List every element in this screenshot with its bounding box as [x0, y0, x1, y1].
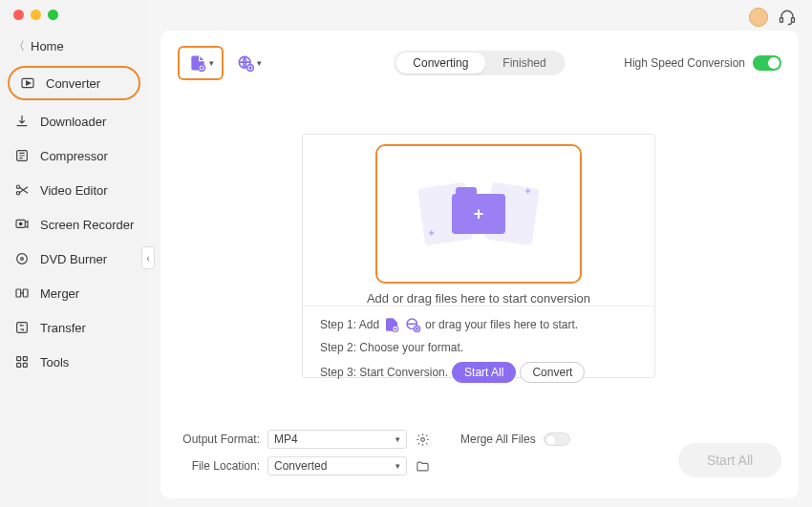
- sidebar-item-video-editor[interactable]: Video Editor: [0, 173, 148, 207]
- main-panel: ▾ ▾ Converting Finished High Speed Conve…: [160, 31, 799, 498]
- add-url-icon: [236, 53, 255, 73]
- chevron-down-icon: ▾: [257, 58, 262, 68]
- svg-rect-17: [23, 363, 27, 367]
- drop-zone[interactable]: ✦ ✦ +: [375, 144, 582, 284]
- recorder-icon: [13, 217, 31, 232]
- add-file-button[interactable]: ▾: [178, 46, 224, 80]
- file-location-select[interactable]: Converted ▾: [267, 456, 407, 475]
- sidebar-item-transfer[interactable]: Transfer: [0, 310, 148, 345]
- step-3-row: Step 3: Start Conversion. Start All Conv…: [320, 362, 637, 383]
- sidebar-item-label: Merger: [40, 286, 79, 301]
- sidebar-item-label: Screen Recorder: [40, 218, 134, 232]
- headset-icon[interactable]: [778, 8, 797, 27]
- high-speed-row: High Speed Conversion: [624, 55, 781, 71]
- minimize-window-icon[interactable]: [31, 10, 41, 20]
- output-format-select[interactable]: MP4 ▾: [267, 430, 407, 449]
- add-file-icon[interactable]: [383, 316, 400, 333]
- sidebar-item-label: Video Editor: [40, 183, 108, 198]
- sidebar-item-label: Downloader: [40, 115, 106, 129]
- sidebar-item-tools[interactable]: Tools: [0, 345, 148, 379]
- add-url-button[interactable]: ▾: [233, 48, 264, 78]
- folder-plus-icon: +: [452, 194, 505, 234]
- folder-illustration: ✦ ✦ +: [421, 176, 536, 252]
- convert-inline-button[interactable]: Convert: [520, 362, 585, 383]
- step-1-row: Step 1: Add or drag your files here to s…: [320, 316, 637, 333]
- drop-card: ✦ ✦ + Add or drag files here to start co…: [302, 134, 655, 378]
- svg-point-9: [17, 254, 28, 264]
- chevron-down-icon: ▾: [209, 58, 214, 68]
- add-file-icon: [188, 53, 207, 73]
- disc-icon: [13, 251, 31, 266]
- sparkle-icon: ✦: [427, 227, 436, 240]
- add-url-icon[interactable]: [404, 316, 421, 333]
- chevron-left-icon: 〈: [13, 38, 25, 54]
- step-3-text: Step 3: Start Conversion.: [320, 366, 448, 379]
- tab-converting[interactable]: Converting: [395, 53, 485, 74]
- sidebar-item-label: DVD Burner: [40, 252, 107, 266]
- tab-segmented-control: Converting Finished: [394, 51, 565, 75]
- svg-point-24: [420, 437, 424, 441]
- sidebar-item-downloader[interactable]: Downloader: [0, 104, 148, 138]
- merge-all-label: Merge All Files: [460, 433, 536, 446]
- svg-rect-15: [23, 357, 27, 361]
- bottom-bar: Output Format: MP4 ▾ Merge All Files Fil…: [178, 430, 781, 487]
- svg-point-8: [19, 222, 22, 225]
- step-2-text: Step 2: Choose your format.: [320, 341, 463, 354]
- sidebar-item-label: Converter: [46, 76, 100, 91]
- svg-rect-1: [792, 18, 795, 23]
- sidebar-item-converter[interactable]: Converter: [8, 66, 140, 100]
- home-label: Home: [31, 39, 64, 53]
- steps-panel: Step 1: Add or drag your files here to s…: [303, 306, 654, 383]
- step-2-row: Step 2: Choose your format.: [320, 341, 637, 354]
- file-location-value: Converted: [274, 459, 327, 473]
- sidebar-item-label: Compressor: [40, 149, 108, 163]
- sidebar-item-screen-recorder[interactable]: Screen Recorder: [0, 207, 148, 242]
- avatar[interactable]: [749, 8, 768, 27]
- svg-rect-12: [23, 289, 28, 297]
- svg-marker-3: [27, 81, 31, 85]
- drop-instruction-text: Add or drag files here to start conversi…: [303, 291, 654, 306]
- file-location-label: File Location:: [178, 459, 260, 473]
- open-folder-icon[interactable]: [415, 458, 430, 474]
- svg-point-10: [21, 258, 24, 261]
- merger-icon: [13, 285, 31, 301]
- sidebar-item-label: Tools: [40, 355, 69, 370]
- downloader-icon: [13, 114, 31, 129]
- chevron-down-icon: ▾: [395, 461, 400, 471]
- step-1-text-b: or drag your files here to start.: [425, 318, 578, 331]
- scissors-icon: [13, 182, 31, 198]
- sparkle-icon: ✦: [524, 185, 532, 198]
- compressor-icon: [13, 148, 31, 163]
- home-link[interactable]: 〈 Home: [0, 31, 148, 62]
- tab-finished[interactable]: Finished: [485, 53, 563, 74]
- svg-rect-16: [17, 363, 21, 367]
- toolbar: ▾ ▾ Converting Finished High Speed Conve…: [178, 44, 781, 82]
- sidebar: 〈 Home Converter Downloader Compressor V…: [0, 0, 148, 507]
- svg-rect-0: [780, 18, 783, 23]
- output-format-label: Output Format:: [178, 433, 260, 446]
- svg-rect-14: [17, 357, 21, 361]
- close-window-icon[interactable]: [13, 10, 24, 20]
- sidebar-item-label: Transfer: [40, 321, 86, 335]
- step-1-text-a: Step 1: Add: [320, 318, 379, 331]
- tools-icon: [13, 354, 31, 370]
- start-all-button[interactable]: Start All: [678, 443, 781, 477]
- sidebar-collapse-handle[interactable]: ‹: [141, 246, 155, 269]
- sidebar-item-compressor[interactable]: Compressor: [0, 138, 148, 173]
- converter-icon: [19, 75, 36, 91]
- settings-gear-icon[interactable]: [415, 432, 430, 447]
- fullscreen-window-icon[interactable]: [48, 10, 58, 20]
- sidebar-item-dvd-burner[interactable]: DVD Burner: [0, 242, 148, 276]
- output-format-value: MP4: [274, 433, 298, 446]
- chevron-down-icon: ▾: [395, 434, 400, 444]
- merge-all-toggle[interactable]: [544, 433, 570, 446]
- transfer-icon: [13, 320, 31, 335]
- svg-rect-13: [17, 323, 28, 333]
- svg-rect-11: [16, 289, 21, 297]
- sidebar-item-merger[interactable]: Merger: [0, 276, 148, 310]
- start-all-inline-button[interactable]: Start All: [452, 362, 516, 383]
- high-speed-label: High Speed Conversion: [624, 56, 745, 70]
- window-traffic-lights[interactable]: [13, 10, 58, 20]
- high-speed-toggle[interactable]: [753, 55, 781, 71]
